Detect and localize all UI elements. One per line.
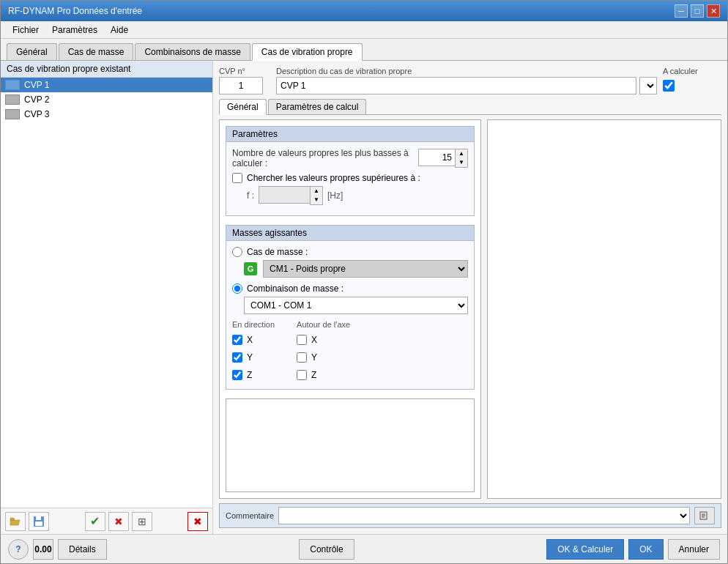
commentaire-row: Commentaire <box>219 503 721 528</box>
cvp-item-2[interactable]: CVP 2 <box>1 92 212 107</box>
directions-row: En direction X Y <box>232 320 468 383</box>
sub-tab-general[interactable]: Général <box>219 99 267 115</box>
freq-spin: ▲ ▼ <box>259 186 323 205</box>
empty-area <box>226 398 475 492</box>
en-direction-title: En direction <box>232 320 275 329</box>
axe-z-label: Z <box>311 370 316 380</box>
main-tab-bar: Général Cas de masse Combinaisons de mas… <box>1 39 727 61</box>
tab-cas-vibration[interactable]: Cas de vibration propre <box>252 43 363 61</box>
commentaire-label: Commentaire <box>226 511 274 520</box>
sub-tab-bar: Général Paramètres de calcul <box>219 99 721 115</box>
combinaison-dropdown-row: COM1 - COM 1 <box>232 297 468 314</box>
dir-y-label: Y <box>247 352 253 363</box>
combinaison-select[interactable]: COM1 - COM 1 <box>244 297 468 314</box>
cvp-calc-group: A calculer <box>663 67 721 94</box>
delete-button[interactable]: ✖ <box>187 512 208 531</box>
parametres-header: Paramètres <box>226 127 474 142</box>
dir-y-row: Y <box>232 352 275 363</box>
dir-z-label: Z <box>247 370 252 380</box>
cvp-item-1[interactable]: CVP 1 <box>1 78 212 92</box>
annuler-button[interactable]: Annuler <box>668 539 720 560</box>
cas-masse-radio[interactable] <box>232 247 242 257</box>
hz-label: [Hz] <box>327 190 343 201</box>
menu-bar: Fichier Paramètres Aide <box>1 21 727 39</box>
decimals-button[interactable]: 0.00 <box>33 539 53 560</box>
menu-fichier[interactable]: Fichier <box>7 23 45 37</box>
cas-masse-select[interactable]: CM1 - Poids propre <box>263 260 468 278</box>
sub-tab-parametres-calcul[interactable]: Paramètres de calcul <box>268 99 367 114</box>
ok-calculer-button[interactable]: OK & Calculer <box>546 539 624 560</box>
masses-body: Cas de masse : G CM1 - Poids propre Com <box>226 241 474 389</box>
a-calculer-label: A calculer <box>663 67 721 75</box>
combinaison-radio[interactable] <box>232 283 242 294</box>
right-col-panel <box>487 119 721 499</box>
left-col: Paramètres Nombre de valeurs propres les… <box>219 119 481 499</box>
axe-x-checkbox[interactable] <box>297 335 307 345</box>
tab-cas-masse[interactable]: Cas de masse <box>59 43 134 60</box>
check-green-button[interactable]: ✔ <box>85 512 105 531</box>
ok-button[interactable]: OK <box>628 539 663 560</box>
autour-axe-title: Autour de l'axe <box>297 320 350 329</box>
left-panel-header: Cas de vibration propre existant <box>1 61 212 78</box>
chercher-checkbox[interactable] <box>232 173 242 183</box>
freq-spin-down[interactable]: ▼ <box>311 196 322 204</box>
parametres-body: Nombre de valeurs propres les plus basse… <box>226 142 474 215</box>
tab-general[interactable]: Général <box>7 43 57 60</box>
spin-down-button[interactable]: ▼ <box>456 158 467 167</box>
cvp-desc-input[interactable] <box>276 77 636 94</box>
cvp2-label: CVP 2 <box>24 94 49 105</box>
bottom-right: OK & Calculer OK Annuler <box>546 539 720 560</box>
maximize-button[interactable]: □ <box>691 4 704 18</box>
nb-valeurs-label: Nombre de valeurs propres les plus basse… <box>232 148 412 168</box>
masses-header: Masses agissantes <box>226 226 474 241</box>
controle-button[interactable]: Contrôle <box>299 539 354 560</box>
cvp-item-3[interactable]: CVP 3 <box>1 107 212 122</box>
cross-red-button[interactable]: ✖ <box>108 512 129 531</box>
dir-y-checkbox[interactable] <box>232 352 242 363</box>
spin-up-button[interactable]: ▲ <box>456 149 467 158</box>
right-panel: CVP n° Description du cas de vibration p… <box>213 61 727 534</box>
svg-rect-4 <box>35 522 42 526</box>
cvp-desc-label: Description du cas de vibration propre <box>276 67 657 75</box>
a-calculer-check <box>663 77 721 94</box>
freq-input[interactable] <box>259 186 310 204</box>
axe-z-checkbox[interactable] <box>297 370 307 380</box>
title-bar-buttons: ─ □ ✕ <box>675 4 720 18</box>
spin-buttons: ▲ ▼ <box>455 149 468 168</box>
save-button[interactable] <box>29 512 49 531</box>
freq-row: f : ▲ ▼ [Hz] <box>232 186 468 205</box>
cvp3-icon <box>5 109 20 119</box>
commentaire-edit-button[interactable] <box>694 507 715 524</box>
green-badge: G <box>244 262 257 275</box>
open-button[interactable] <box>5 512 26 531</box>
menu-aide[interactable]: Aide <box>105 23 134 37</box>
a-calculer-checkbox[interactable] <box>663 80 675 92</box>
nb-valeurs-input[interactable] <box>418 149 455 166</box>
bottom-left: ? 0.00 Détails <box>8 539 107 560</box>
bottom-bar: ? 0.00 Détails Contrôle OK & Calculer OK… <box>1 534 727 563</box>
dir-z-checkbox[interactable] <box>232 370 242 380</box>
save-icon <box>33 516 45 527</box>
menu-parametres[interactable]: Paramètres <box>46 23 103 37</box>
details-button[interactable]: Détails <box>58 539 107 560</box>
minimize-button[interactable]: ─ <box>675 4 688 18</box>
commentaire-select[interactable] <box>278 507 690 524</box>
dir-x-checkbox[interactable] <box>232 335 242 345</box>
combinaison-label: Combinaison de masse : <box>247 283 343 294</box>
chercher-row: Chercher les valeurs propres supérieures… <box>232 173 468 183</box>
nb-valeurs-spin: ▲ ▼ <box>418 149 468 168</box>
tab-combinaisons-masse[interactable]: Combinaisons de masse <box>135 43 250 60</box>
cvp-desc-dropdown[interactable]: ▼ <box>639 77 657 94</box>
axe-y-checkbox[interactable] <box>297 352 307 363</box>
axe-x-label: X <box>311 335 317 345</box>
cvp-num-input[interactable] <box>219 77 263 94</box>
freq-spin-up[interactable]: ▲ <box>311 187 322 196</box>
axe-y-row: Y <box>297 352 350 363</box>
axe-x-row: X <box>297 335 350 345</box>
close-button[interactable]: ✕ <box>707 4 720 18</box>
edit-icon <box>699 511 710 521</box>
svg-rect-3 <box>36 516 41 520</box>
window-title: RF-DYNAM Pro Données d'entrée <box>8 6 142 16</box>
help-button[interactable]: ? <box>8 539 29 560</box>
grid-button[interactable]: ⊞ <box>132 512 152 531</box>
